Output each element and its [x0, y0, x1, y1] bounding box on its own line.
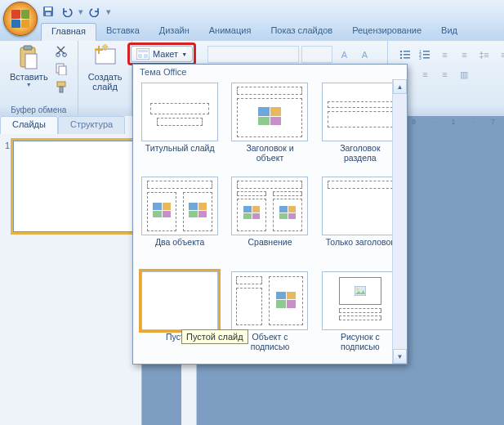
numbering-button[interactable]: 123 [416, 46, 434, 64]
layout-comparison[interactable]: Сравнение [226, 175, 313, 267]
svg-rect-2 [46, 12, 51, 16]
paste-label: Вставить [10, 72, 48, 82]
svg-point-31 [356, 288, 359, 290]
group-clipboard: Вставить ▼ Буфер обмена [0, 41, 78, 116]
office-logo-icon [11, 10, 29, 28]
group-slides: Создать слайд Слайды [78, 41, 133, 116]
layout-icon [136, 48, 149, 60]
svg-rect-15 [138, 50, 148, 52]
grow-font-button[interactable]: A [335, 46, 353, 64]
undo-button[interactable] [60, 4, 74, 19]
svg-point-20 [400, 54, 402, 56]
tab-outline-panel[interactable]: Структура [58, 116, 125, 134]
gallery-grid: Титульный слайд Заголовок и объект Загол… [133, 79, 407, 364]
tooltip: Пустой слайд [181, 329, 248, 344]
align-right-button[interactable]: ≡ [416, 65, 434, 83]
tab-design[interactable]: Дизайн [149, 23, 199, 41]
layout-section-header[interactable]: Заголовок раздела [317, 81, 404, 173]
gallery-scrollbar[interactable]: ▲ ▼ [392, 79, 407, 364]
slide-thumbnail[interactable] [13, 141, 136, 232]
layout-title-only[interactable]: Только заголовок [317, 175, 404, 267]
svg-rect-10 [57, 82, 65, 87]
increase-indent-button[interactable]: ≡ [455, 46, 473, 64]
layout-picture-caption[interactable]: Рисунок с подписью [317, 270, 404, 362]
redo-button[interactable] [87, 4, 102, 19]
tab-review[interactable]: Рецензирование [342, 23, 431, 41]
svg-rect-23 [404, 57, 410, 59]
layout-blank[interactable]: Пустой [136, 270, 223, 362]
svg-text:3: 3 [419, 56, 421, 60]
tab-animation[interactable]: Анимация [199, 23, 261, 41]
tab-home[interactable]: Главная [41, 23, 96, 41]
layout-title-slide[interactable]: Титульный слайд [136, 81, 223, 173]
scroll-up-button[interactable]: ▲ [393, 79, 407, 94]
brush-icon [55, 80, 68, 93]
align-left-button[interactable]: ≡ [494, 46, 504, 64]
qat-customize-icon[interactable]: ▾ [106, 4, 111, 19]
new-slide-label: Создать слайд [88, 72, 123, 92]
font-size-combo[interactable] [301, 46, 332, 63]
font-family-combo[interactable] [207, 46, 299, 63]
redo-icon [89, 6, 100, 17]
cut-icon [55, 44, 68, 57]
new-slide-button[interactable]: Создать слайд [83, 42, 127, 93]
format-painter-button[interactable] [55, 80, 71, 96]
svg-rect-5 [25, 54, 37, 69]
thumbnail-item[interactable]: 1 [0, 137, 141, 235]
svg-rect-11 [60, 87, 63, 92]
chevron-down-icon: ▼ [26, 82, 32, 87]
shrink-font-button[interactable]: A [355, 46, 373, 64]
bullets-icon [399, 49, 411, 60]
layout-button-highlight: Макет ▼ [127, 42, 196, 65]
layout-button[interactable]: Макет ▼ [131, 46, 193, 62]
svg-rect-9 [59, 66, 66, 75]
svg-rect-1 [45, 7, 51, 11]
decrease-indent-button[interactable]: ≡ [435, 46, 453, 64]
save-icon [42, 6, 54, 17]
tab-view[interactable]: Вид [431, 23, 467, 41]
title-bar: ▾ ▾ [0, 0, 504, 23]
svg-rect-4 [24, 46, 32, 50]
svg-rect-21 [404, 54, 410, 56]
svg-rect-29 [423, 57, 430, 59]
cut-button[interactable] [55, 44, 71, 60]
office-button[interactable] [3, 2, 38, 36]
copy-icon [55, 62, 68, 75]
tab-slideshow[interactable]: Показ слайдов [261, 23, 342, 41]
line-spacing-button[interactable]: ‡≡ [475, 46, 493, 64]
scroll-down-button[interactable]: ▼ [393, 349, 407, 364]
layout-gallery: Тема Office Титульный слайд Заголовок и … [132, 64, 408, 365]
layout-content-caption[interactable]: Объект с подписью [226, 270, 313, 362]
svg-rect-25 [423, 51, 430, 52]
layout-label: Макет [153, 49, 178, 59]
columns-button[interactable]: ▥ [455, 65, 473, 83]
ribbon-tabs: Главная Вставка Дизайн Анимация Показ сл… [0, 23, 504, 41]
group-label: Буфер обмена [9, 105, 68, 114]
svg-point-18 [400, 51, 402, 52]
paste-button[interactable]: Вставить ▼ [5, 42, 53, 98]
justify-button[interactable]: ≡ [435, 65, 453, 83]
copy-button[interactable] [55, 62, 71, 78]
slide-number: 1 [5, 141, 10, 232]
layout-two-content[interactable]: Два объекта [136, 175, 223, 267]
svg-rect-19 [404, 51, 410, 52]
gallery-section-title: Тема Office [133, 65, 407, 79]
undo-icon [61, 6, 73, 17]
svg-rect-17 [144, 54, 148, 58]
side-panel-tabs: Слайды Структура [0, 116, 125, 134]
layout-title-content[interactable]: Заголовок и объект [226, 81, 313, 173]
save-button[interactable] [41, 4, 56, 19]
picture-icon [355, 286, 366, 296]
bullets-button[interactable] [396, 46, 414, 64]
tab-slides-panel[interactable]: Слайды [0, 116, 58, 134]
numbering-icon: 123 [419, 49, 430, 60]
svg-rect-27 [423, 54, 430, 56]
slide-thumbnails-panel: 1 [0, 116, 142, 425]
svg-rect-30 [355, 286, 366, 296]
qat-dropdown-icon[interactable]: ▾ [78, 4, 83, 19]
svg-point-22 [400, 57, 402, 59]
new-slide-icon [92, 44, 118, 70]
tab-insert[interactable]: Вставка [96, 23, 149, 41]
chevron-down-icon: ▼ [181, 51, 187, 57]
quick-access-toolbar: ▾ ▾ [41, 4, 111, 19]
